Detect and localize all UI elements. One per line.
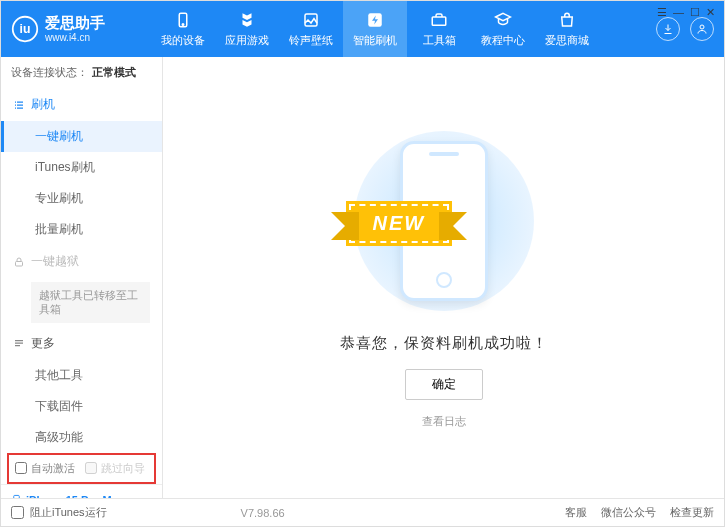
sidebar-item-download-firmware[interactable]: 下载固件 [1,391,162,422]
success-illustration: NEW [349,126,539,316]
window-controls: ☰ — ☐ ✕ [657,6,715,19]
nav-toolbox[interactable]: 工具箱 [407,1,471,57]
svg-point-3 [182,24,184,26]
new-ribbon: NEW [349,204,450,243]
nav-ringtone-wallpaper[interactable]: 铃声壁纸 [279,1,343,57]
main-panel: NEW 恭喜您，保资料刷机成功啦！ 确定 查看日志 [163,57,724,498]
svg-rect-6 [432,17,446,25]
jailbreak-tip: 越狱工具已转移至工具箱 [31,282,150,323]
ok-button[interactable]: 确定 [405,369,483,400]
nav-apps-games[interactable]: 应用游戏 [215,1,279,57]
lock-icon [13,256,25,268]
footer: 阻止iTunes运行 V7.98.66 客服 微信公众号 检查更新 [1,498,724,526]
maximize-icon[interactable]: ☐ [690,6,700,19]
svg-point-7 [700,25,704,29]
view-log-link[interactable]: 查看日志 [422,414,466,429]
footer-link-update[interactable]: 检查更新 [670,505,714,520]
logo-area: iu 爱思助手 www.i4.cn [11,15,151,43]
apps-icon [237,10,257,30]
nav-label: 工具箱 [423,33,456,48]
skip-guide-checkbox[interactable]: 跳过向导 [85,461,145,476]
nav-label: 铃声壁纸 [289,33,333,48]
minimize-icon[interactable]: — [673,6,684,19]
nav-label: 应用游戏 [225,33,269,48]
nav-label: 爱思商城 [545,33,589,48]
section-flash[interactable]: 刷机 [1,88,162,121]
sidebar-item-advanced[interactable]: 高级功能 [1,422,162,453]
top-nav: 我的设备 应用游戏 铃声壁纸 智能刷机 工具箱 教程中心 [151,1,599,57]
flash-icon [365,10,385,30]
nav-my-device[interactable]: 我的设备 [151,1,215,57]
sidebar-item-itunes-flash[interactable]: iTunes刷机 [1,152,162,183]
app-header: iu 爱思助手 www.i4.cn 我的设备 应用游戏 铃声壁纸 智能刷 [1,1,724,57]
version-label: V7.98.66 [241,507,285,519]
sidebar-item-pro-flash[interactable]: 专业刷机 [1,183,162,214]
success-message: 恭喜您，保资料刷机成功啦！ [340,334,548,353]
sidebar: 设备连接状态：正常模式 刷机 一键刷机 iTunes刷机 专业刷机 批量刷机 一… [1,57,163,498]
nav-label: 教程中心 [481,33,525,48]
tutorial-icon [493,10,513,30]
auto-activate-checkbox[interactable]: 自动激活 [15,461,75,476]
device-icon [173,10,193,30]
device-info: iPhone 15 Pro Max 512GB iPhone [1,484,162,498]
sidebar-item-other-tools[interactable]: 其他工具 [1,360,162,391]
nav-smart-flash[interactable]: 智能刷机 [343,1,407,57]
sidebar-item-one-click-flash[interactable]: 一键刷机 [1,121,162,152]
download-button[interactable] [656,17,680,41]
svg-rect-8 [16,261,23,266]
sidebar-item-batch-flash[interactable]: 批量刷机 [1,214,162,245]
section-jailbreak: 一键越狱 [1,245,162,278]
footer-link-wechat[interactable]: 微信公众号 [601,505,656,520]
block-itunes-checkbox[interactable]: 阻止iTunes运行 [11,505,107,520]
app-url: www.i4.cn [45,32,105,43]
mall-icon [557,10,577,30]
nav-tutorials[interactable]: 教程中心 [471,1,535,57]
toolbox-icon [429,10,449,30]
app-logo-icon: iu [11,15,39,43]
app-title: 爱思助手 [45,15,105,32]
svg-text:iu: iu [20,22,31,36]
nav-label: 智能刷机 [353,33,397,48]
sidebar-options: 自动激活 跳过向导 [7,453,156,484]
list-icon [13,99,25,111]
footer-link-support[interactable]: 客服 [565,505,587,520]
close-icon[interactable]: ✕ [706,6,715,19]
connection-status: 设备连接状态：正常模式 [1,57,162,88]
section-more[interactable]: 更多 [1,327,162,360]
user-button[interactable] [690,17,714,41]
menu-icon[interactable]: ☰ [657,6,667,19]
wallpaper-icon [301,10,321,30]
nav-mall[interactable]: 爱思商城 [535,1,599,57]
more-icon [13,337,25,349]
nav-label: 我的设备 [161,33,205,48]
